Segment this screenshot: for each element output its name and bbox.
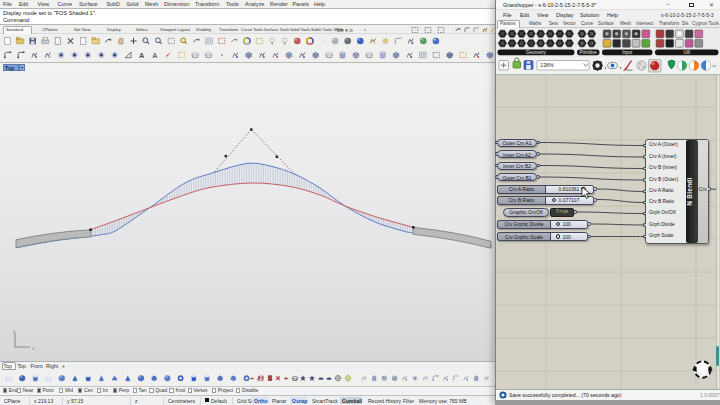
svg-text:N Blendl: N Blendl (686, 177, 693, 205)
